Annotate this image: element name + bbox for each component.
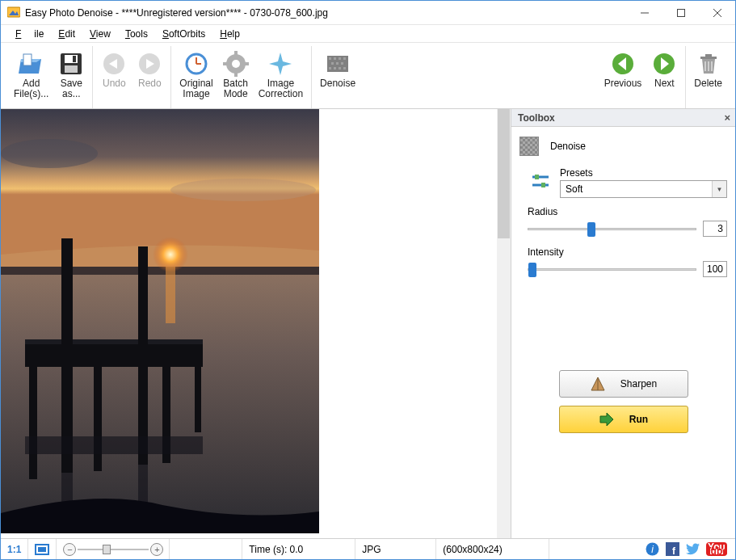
radius-slider-handle[interactable] — [587, 222, 595, 237]
main-toolbar: Add File(s)... Save as... Undo Redo Orig… — [1, 43, 735, 109]
status-bar: 1:1 − + Time (s): 0.0 JPG (600x800x24) i… — [1, 538, 735, 559]
presets-icon — [531, 172, 550, 192]
previous-icon — [610, 51, 636, 77]
zoom-slider[interactable] — [78, 544, 149, 555]
svg-rect-29 — [336, 62, 339, 65]
svg-point-43 — [1, 139, 98, 168]
add-files-button[interactable]: Add File(s)... — [9, 46, 53, 103]
zoom-out-button[interactable]: − — [63, 543, 76, 556]
twitter-icon[interactable] — [686, 542, 700, 556]
zoom-in-button[interactable]: + — [150, 543, 163, 556]
toolbox-header: Toolbox × — [511, 109, 735, 127]
original-image-button[interactable]: Original Image — [175, 46, 217, 103]
app-icon — [7, 6, 20, 19]
svg-rect-54 — [94, 366, 102, 471]
svg-rect-38 — [705, 54, 712, 57]
svg-point-17 — [232, 60, 240, 68]
next-icon — [651, 51, 677, 77]
vertical-scrollbar[interactable] — [497, 109, 511, 538]
status-time: Time (s): 0.0 — [242, 539, 355, 559]
menu-bar: File Edit View Tools SoftOrbits Help — [1, 25, 735, 43]
zoom-fit-button[interactable] — [28, 539, 57, 559]
close-icon — [713, 9, 721, 17]
run-button[interactable]: Run — [559, 406, 688, 433]
menu-tools[interactable]: Tools — [119, 27, 154, 41]
photo-preview — [1, 109, 319, 533]
svg-rect-56 — [195, 352, 201, 432]
svg-rect-37 — [700, 57, 717, 59]
zoom-slider-cell: − + — [57, 539, 170, 559]
previous-button[interactable]: Previous — [599, 46, 647, 92]
denoise-chip-icon — [519, 137, 539, 156]
presets-label: Presets — [560, 167, 727, 179]
image-correction-button[interactable]: Image Correction — [254, 46, 308, 103]
intensity-value[interactable]: 100 — [703, 261, 727, 277]
svg-rect-24 — [329, 57, 331, 60]
zoom-slider-handle[interactable] — [103, 545, 111, 554]
redo-icon — [137, 51, 162, 77]
radius-slider[interactable] — [528, 221, 696, 236]
svg-rect-21 — [244, 62, 249, 65]
close-button[interactable] — [699, 1, 735, 24]
svg-rect-31 — [329, 67, 331, 69]
redo-button[interactable]: Redo — [132, 46, 167, 92]
svg-rect-28 — [331, 62, 334, 65]
main-area: Toolbox × Denoise Presets — [1, 109, 735, 538]
minimize-button[interactable] — [626, 1, 662, 24]
youtube-icon[interactable]: YouTube — [706, 542, 727, 556]
svg-rect-10 — [73, 56, 76, 62]
menu-help[interactable]: Help — [213, 27, 246, 41]
facebook-icon[interactable]: f — [666, 542, 679, 556]
toolbox-title: Toolbox — [518, 112, 555, 124]
menu-edit[interactable]: Edit — [52, 27, 82, 41]
sparkle-icon — [267, 51, 293, 77]
minimize-icon — [641, 9, 649, 17]
svg-rect-19 — [234, 72, 238, 77]
svg-marker-22 — [269, 53, 292, 75]
delete-button[interactable]: Delete — [689, 46, 727, 92]
toolbox-panel: Toolbox × Denoise Presets — [511, 109, 735, 538]
radius-value[interactable]: 3 — [703, 221, 727, 237]
denoise-label: Denoise — [550, 141, 586, 152]
svg-rect-25 — [334, 57, 336, 60]
sharpen-button[interactable]: Sharpen — [559, 370, 688, 398]
image-canvas[interactable] — [1, 109, 511, 538]
status-cursor — [170, 539, 242, 559]
svg-rect-59 — [25, 436, 203, 454]
undo-button[interactable]: Undo — [96, 46, 132, 92]
svg-rect-9 — [65, 65, 78, 73]
presets-combo[interactable]: Soft ▼ — [560, 180, 727, 198]
svg-rect-3 — [677, 9, 684, 16]
svg-rect-34 — [343, 67, 346, 69]
undo-icon — [101, 51, 127, 77]
chevron-down-icon[interactable]: ▼ — [712, 181, 726, 197]
toolbox-close-button[interactable]: × — [724, 112, 730, 124]
svg-text:Tube: Tube — [706, 545, 727, 557]
svg-rect-48 — [166, 267, 175, 323]
fit-icon — [35, 544, 49, 555]
denoise-button[interactable]: Denoise — [315, 46, 360, 92]
info-icon[interactable]: i — [646, 542, 659, 556]
status-dimensions: (600x800x24) — [436, 539, 549, 559]
scrollbar-thumb[interactable] — [498, 109, 510, 238]
svg-rect-32 — [334, 67, 336, 69]
zoom-1-1-button[interactable]: 1:1 — [1, 539, 28, 559]
svg-rect-52 — [138, 246, 148, 465]
menu-view[interactable]: View — [83, 27, 117, 41]
menu-softorbits[interactable]: SoftOrbits — [156, 27, 212, 41]
intensity-label: Intensity — [528, 246, 727, 258]
menu-file[interactable]: File — [9, 27, 50, 41]
status-spacer — [549, 539, 646, 559]
svg-text:i: i — [651, 544, 654, 555]
sharpen-icon — [590, 376, 606, 392]
maximize-button[interactable] — [662, 1, 699, 24]
clock-icon — [183, 51, 209, 77]
save-as-button[interactable]: Save as... — [53, 46, 89, 103]
radius-label: Radius — [528, 206, 727, 217]
status-format: JPG — [355, 539, 436, 559]
batch-mode-button[interactable]: Batch Mode — [218, 46, 254, 103]
social-links: i f YouTube — [646, 542, 735, 556]
intensity-slider[interactable] — [528, 262, 696, 276]
next-button[interactable]: Next — [646, 46, 682, 92]
intensity-slider-handle[interactable] — [528, 263, 536, 277]
